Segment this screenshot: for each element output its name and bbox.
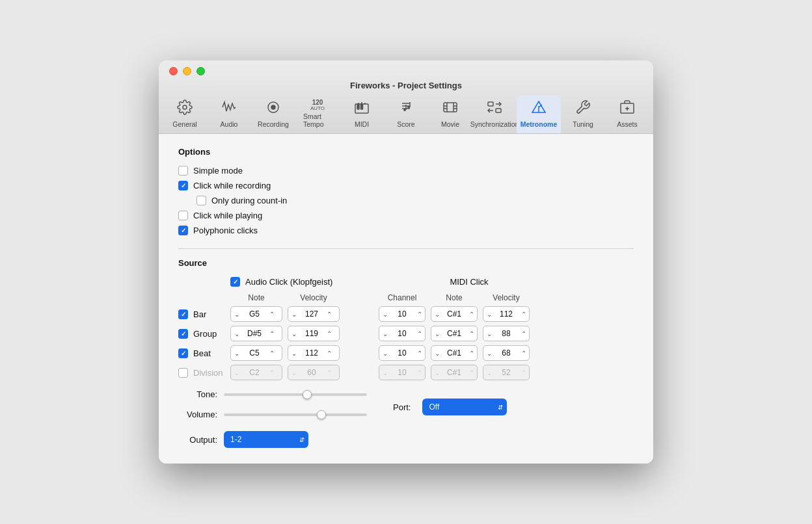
tone-label: Tone:: [178, 389, 217, 399]
group-audio-note-stepper[interactable]: ⌄ D#5 ⌃: [230, 326, 282, 341]
output-label: Output:: [178, 435, 217, 445]
group-midi-channel-stepper[interactable]: ⌄ 10 ⌃: [379, 326, 426, 341]
port-label: Port:: [393, 402, 411, 412]
bar-midi-chan-up[interactable]: ⌃: [414, 306, 425, 322]
port-value: Off: [429, 402, 439, 412]
window-controls: [169, 67, 643, 75]
toolbar-item-score[interactable]: Score: [384, 96, 428, 133]
beat-midi-note-stepper[interactable]: ⌄ C#1 ⌃: [431, 345, 478, 361]
close-button[interactable]: [169, 67, 178, 75]
beat-midi-note-down[interactable]: ⌄: [431, 345, 442, 361]
bar-midi-vel-up[interactable]: ⌃: [518, 306, 529, 322]
beat-audio-note-stepper[interactable]: ⌄ C5 ⌃: [230, 345, 282, 361]
bar-audio-vel-up[interactable]: ⌃: [323, 306, 335, 322]
beat-checkbox[interactable]: [178, 348, 188, 358]
beat-label: Beat: [193, 348, 211, 358]
output-select[interactable]: 1-2 ⇵: [224, 431, 308, 448]
bar-midi-vel-down[interactable]: ⌄: [483, 306, 494, 322]
division-label: Division: [193, 368, 223, 378]
toolbar-item-smart-tempo[interactable]: 120 AUTO Smart Tempo: [295, 96, 340, 133]
output-row: Output: 1-2 ⇵: [178, 431, 634, 448]
group-midi-chan-down[interactable]: ⌄: [379, 326, 390, 341]
title-bar: Fireworks - Project Settings General: [159, 60, 653, 134]
beat-audio-note-up[interactable]: ⌃: [266, 345, 278, 361]
group-audio-vel-up[interactable]: ⌃: [323, 326, 335, 341]
bar-audio-note-up[interactable]: ⌃: [266, 306, 278, 322]
toolbar-item-general[interactable]: General: [163, 96, 207, 133]
group-midi-vel-down[interactable]: ⌄: [483, 326, 494, 341]
group-midi-chan-val: 10: [390, 329, 414, 338]
group-midi-vel-up[interactable]: ⌃: [518, 326, 529, 341]
group-midi-note-down[interactable]: ⌄: [431, 326, 442, 341]
click-playing-checkbox[interactable]: [178, 211, 188, 220]
bar-midi-channel-stepper[interactable]: ⌄ 10 ⌃: [379, 306, 426, 322]
bar-row: Bar ⌄ G5 ⌃ ⌄ 127 ⌃ ⌄: [178, 306, 634, 322]
tone-slider[interactable]: [224, 393, 367, 396]
svg-rect-5: [361, 104, 363, 109]
group-audio-note-down[interactable]: ⌄: [231, 326, 243, 341]
tone-slider-thumb[interactable]: [303, 390, 312, 399]
bar-midi-chan-down[interactable]: ⌄: [379, 306, 390, 322]
bar-audio-note-stepper[interactable]: ⌄ G5 ⌃: [230, 306, 282, 322]
bar-midi-note-stepper[interactable]: ⌄ C#1 ⌃: [431, 306, 478, 322]
division-checkbox[interactable]: [178, 368, 188, 378]
volume-slider-thumb[interactable]: [317, 410, 326, 419]
toolbar-item-assets[interactable]: Assets: [605, 96, 649, 133]
toolbar-item-midi[interactable]: MIDI: [340, 96, 384, 133]
beat-midi-channel-stepper[interactable]: ⌄ 10 ⌃: [379, 345, 426, 361]
division-audio-note-down: ⌄: [231, 365, 243, 380]
division-audio-vel-val: 60: [300, 368, 323, 377]
division-audio-note-stepper: ⌄ C2 ⌃: [230, 365, 282, 380]
beat-audio-velocity-stepper[interactable]: ⌄ 112 ⌃: [288, 345, 340, 361]
group-audio-note-up[interactable]: ⌃: [266, 326, 278, 341]
beat-midi-chan-up[interactable]: ⌃: [414, 345, 425, 361]
beat-midi-vel-up[interactable]: ⌃: [518, 345, 529, 361]
group-midi-chan-up[interactable]: ⌃: [414, 326, 425, 341]
group-label: Group: [193, 329, 217, 339]
bar-midi-note-down[interactable]: ⌄: [431, 306, 442, 322]
audio-click-checkbox[interactable]: [230, 277, 240, 287]
svg-rect-21: [496, 109, 501, 112]
toolbar-item-tuning[interactable]: Tuning: [561, 96, 605, 133]
bar-audio-velocity-stepper[interactable]: ⌄ 127 ⌃: [288, 306, 340, 322]
beat-audio-vel-down[interactable]: ⌄: [288, 345, 300, 361]
volume-slider[interactable]: [224, 413, 367, 416]
count-in-checkbox[interactable]: [196, 196, 206, 205]
click-recording-checkbox[interactable]: [178, 181, 188, 190]
svg-point-2: [271, 105, 275, 109]
minimize-button[interactable]: [183, 67, 191, 75]
bar-audio-vel-down[interactable]: ⌄: [288, 306, 300, 322]
group-checkbox[interactable]: [178, 329, 188, 339]
toolbar-item-synchronization[interactable]: Synchronization: [472, 96, 517, 133]
bar-midi-velocity-stepper[interactable]: ⌄ 112 ⌃: [483, 306, 530, 322]
toolbar-item-audio[interactable]: Audio: [207, 96, 251, 133]
toolbar-item-metronome[interactable]: Metronome: [517, 96, 561, 133]
output-value: 1-2: [230, 435, 241, 444]
toolbar-item-recording[interactable]: Recording: [251, 96, 295, 133]
simple-mode-row: Simple mode: [178, 166, 634, 176]
bar-midi-note-up[interactable]: ⌃: [466, 306, 477, 322]
toolbar-label-synchronization: Synchronization: [470, 120, 519, 128]
beat-midi-vel-down[interactable]: ⌄: [483, 345, 494, 361]
output-select-arrow: ⇵: [299, 436, 304, 443]
beat-midi-note-up[interactable]: ⌃: [466, 345, 477, 361]
group-midi-velocity-stepper[interactable]: ⌄ 88 ⌃: [483, 326, 530, 341]
beat-audio-vel-up[interactable]: ⌃: [323, 345, 335, 361]
group-audio-vel-down[interactable]: ⌄: [288, 326, 300, 341]
bar-checkbox[interactable]: [178, 309, 188, 319]
beat-audio-note-down[interactable]: ⌄: [231, 345, 243, 361]
bar-audio-note-down[interactable]: ⌄: [231, 306, 243, 322]
beat-audio-vel-val: 112: [300, 348, 323, 358]
svg-point-0: [183, 105, 187, 109]
group-midi-note-stepper[interactable]: ⌄ C#1 ⌃: [431, 326, 478, 341]
beat-midi-chan-down[interactable]: ⌄: [379, 345, 390, 361]
simple-mode-checkbox[interactable]: [178, 166, 188, 176]
group-audio-velocity-stepper[interactable]: ⌄ 119 ⌃: [288, 326, 340, 341]
maximize-button[interactable]: [196, 67, 205, 75]
group-midi-vel-val: 88: [494, 329, 518, 338]
port-select[interactable]: Off ⇵: [422, 399, 507, 415]
toolbar-item-movie[interactable]: Movie: [428, 96, 472, 133]
beat-midi-velocity-stepper[interactable]: ⌄ 68 ⌃: [483, 345, 530, 361]
polyphonic-checkbox[interactable]: [178, 226, 188, 235]
group-midi-note-up[interactable]: ⌃: [466, 326, 477, 341]
